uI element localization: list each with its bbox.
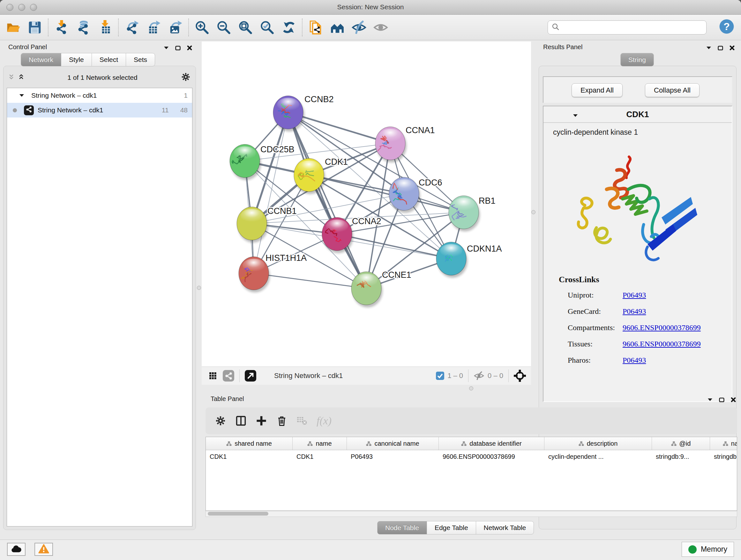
import-table-from-file-button[interactable] [95,17,115,37]
scrollbar-thumb[interactable] [208,512,268,516]
tab-string[interactable]: String [620,53,654,66]
gene-description: cyclin-dependent kinase 1 [543,123,732,137]
zoom-out-button[interactable] [214,17,233,37]
table-cell[interactable]: CDK1 [206,450,293,463]
show-columns-button[interactable] [235,415,246,426]
close-panel-icon[interactable] [731,397,736,402]
column-header--id[interactable]: @id [652,437,710,450]
network-overview-icon[interactable] [223,370,234,381]
open-session-button[interactable] [3,17,23,37]
selected-items-checkbox[interactable] [436,372,444,380]
birds-eye-view-icon[interactable] [514,370,526,382]
collapse-all-button[interactable]: Collapse All [645,83,699,97]
column-header-shared-name[interactable]: shared name [206,437,293,450]
zoom-selected-button[interactable] [257,17,277,37]
node-CCNE1[interactable] [351,272,383,307]
crosslink-link[interactable]: 9606.ENSP00000378699 [623,340,701,348]
gene-disclosure-icon[interactable] [573,113,578,118]
zoom-fit-content-button[interactable] [235,17,255,37]
node-CDC6[interactable] [389,177,420,213]
table-cell[interactable]: CDK1 [293,450,347,463]
tab-sets[interactable]: Sets [126,53,155,66]
expand-all-networks-icon[interactable] [18,74,24,81]
crosslink-link[interactable]: 9606.ENSP00000378699 [623,323,701,332]
tab-network-table[interactable]: Network Table [476,521,534,535]
network-collection-row[interactable]: String Network – cdk1 1 [7,88,192,103]
help-button[interactable]: ? [719,19,735,35]
crosslink-link[interactable]: P06493 [623,356,646,364]
export-image-button[interactable] [165,17,185,37]
column-header-name[interactable]: name [293,437,347,450]
tab-network[interactable]: Network [21,53,61,66]
float-panel-icon[interactable] [175,46,181,51]
delete-columns-button[interactable] [276,415,287,426]
node-CDK1[interactable] [294,159,325,194]
panel-menu-icon[interactable] [708,398,713,401]
show-grid-icon[interactable] [207,370,218,381]
edge-CCNA2-CDKN1A[interactable] [337,234,451,259]
expand-all-button[interactable]: Expand All [571,83,623,97]
node-CDC25B[interactable] [230,144,261,180]
import-network-from-database-button[interactable] [73,17,93,37]
gene-header-row[interactable]: CDK1 [543,106,732,123]
right-splitter[interactable] [531,42,536,385]
apply-layout-button[interactable] [279,17,299,37]
hide-panels-button[interactable] [349,17,369,37]
clone-network-button[interactable] [306,17,326,37]
edge-CCNB2-HIST1H1A[interactable] [254,112,288,273]
collapse-all-networks-icon[interactable] [9,74,14,81]
node-CCNA2[interactable] [322,217,353,253]
import-network-from-file-button[interactable] [52,17,71,37]
export-table-button[interactable] [144,17,163,37]
column-header-canonical-name[interactable]: canonical name [347,437,439,450]
table-horizontal-scrollbar[interactable] [205,511,737,517]
table-cell[interactable]: cyclin-dependent ... [544,450,652,463]
node-RB1[interactable] [449,196,480,232]
column-header-description[interactable]: description [544,437,652,450]
close-panel-icon[interactable] [187,45,192,51]
create-column-button[interactable] [256,415,267,426]
table-cell[interactable]: stringdb [710,450,737,463]
save-session-button[interactable] [25,17,45,37]
show-home-panel-icon [330,20,345,35]
close-panel-icon[interactable] [730,45,735,51]
panel-menu-icon[interactable] [706,46,711,50]
zoom-in-button[interactable] [192,17,212,37]
detach-view-icon[interactable] [245,370,256,381]
table-settings-button[interactable] [215,415,226,426]
float-panel-icon[interactable] [719,397,724,402]
column-header-database-identifier[interactable]: database identifier [439,437,544,450]
panel-menu-icon[interactable] [164,46,169,50]
network-options-gear-icon[interactable] [181,72,191,83]
show-panels-button[interactable] [371,17,391,37]
crosslink-label: GeneCard: [559,307,623,316]
tab-edge-table[interactable]: Edge Table [427,521,476,535]
show-home-panel-button[interactable] [327,17,347,37]
tab-node-table[interactable]: Node Table [377,521,427,535]
table-cell[interactable]: stringdb:9... [652,450,710,463]
network-view-canvas[interactable]: CCNB2CCNA1CDC25BCDK1CDC6RB1CCNB1CCNA2CDK… [202,42,531,367]
crosslink-link[interactable]: P06493 [623,307,646,315]
float-panel-icon[interactable] [718,46,723,51]
node-label-HIST1H1A: HIST1H1A [266,253,307,263]
table-cell[interactable]: 9606.ENSP00000378699 [439,450,544,463]
memory-button[interactable]: Memory [682,542,734,557]
export-network-button[interactable] [122,17,142,37]
tab-style[interactable]: Style [61,53,92,66]
node-CDKN1A[interactable] [436,242,468,278]
table-cell[interactable]: P06493 [347,450,439,463]
network-row[interactable]: String Network – cdk1 11 48 [7,103,192,118]
node-CCNB2[interactable] [273,96,305,132]
collection-disclosure-icon[interactable] [19,94,24,97]
search-box[interactable] [548,20,706,35]
table-row[interactable]: CDK1CDK1P064939606.ENSP00000378699cyclin… [206,450,737,463]
tab-select[interactable]: Select [91,53,126,66]
node-CCNA1[interactable] [375,127,407,163]
search-input[interactable] [562,23,702,32]
left-splitter[interactable] [197,42,202,531]
column-header-namespace[interactable]: namespace [710,437,737,450]
warnings-button[interactable] [35,543,53,556]
edge-HIST1H1A-CCNE1[interactable] [254,273,366,288]
cloud-status-button[interactable] [7,543,25,556]
crosslink-link[interactable]: P06493 [623,291,646,299]
